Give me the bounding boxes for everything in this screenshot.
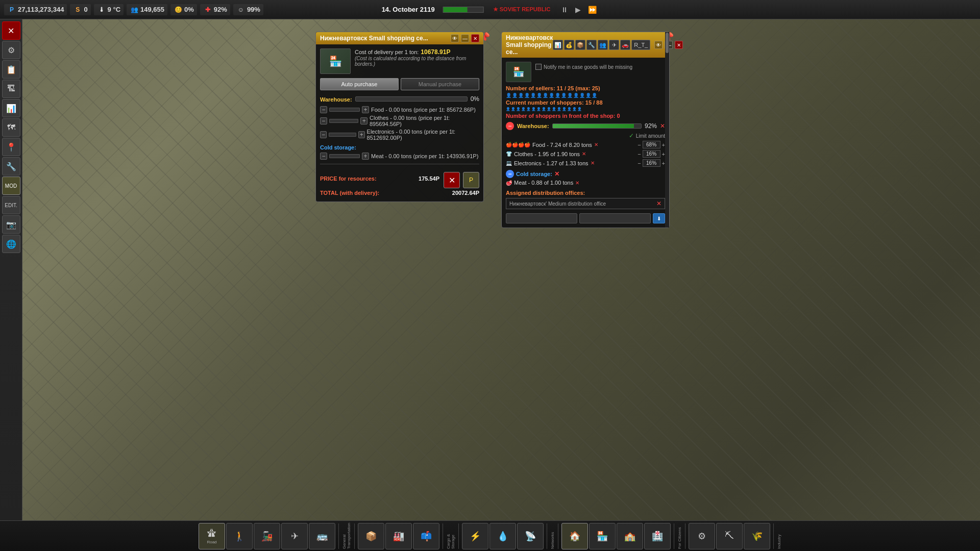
notify-check-input[interactable] bbox=[535, 64, 542, 70]
left-window-eye-btn[interactable]: 👁 bbox=[451, 34, 459, 42]
electronics-controls: − + bbox=[638, 159, 665, 167]
right-store-info: Notify me in case goods will be missing bbox=[535, 62, 665, 72]
scrollbar-thumb[interactable] bbox=[666, 33, 669, 53]
food-row: − + Food - 0.00 tons (price per 1t: 8567… bbox=[320, 106, 479, 113]
icon-btn-1[interactable]: 📊 bbox=[553, 40, 563, 50]
dist-offices-section: Assigned distribution offices: Нижневарт… bbox=[506, 190, 665, 209]
seller-icon-11: 👤 bbox=[567, 93, 573, 98]
meat-minus-btn[interactable]: − bbox=[320, 153, 327, 160]
right-window-close-btn[interactable]: ✕ bbox=[675, 41, 683, 49]
toolbar-item-citizens[interactable]: 🏠 bbox=[561, 523, 588, 549]
cancel-btn[interactable]: ✕ bbox=[444, 172, 460, 188]
icon-btn-r-t[interactable]: R_T_ bbox=[631, 40, 650, 50]
sidebar-btn-5[interactable]: 🗺 bbox=[2, 118, 20, 137]
meat-left: 🥩 Meat - 0.88 of 1.00 tons ✕ bbox=[506, 180, 579, 186]
clothes-limit-input[interactable] bbox=[643, 150, 660, 158]
icon-btn-4[interactable]: 🔧 bbox=[586, 40, 597, 50]
left-window-controls: 👁 — ✕ bbox=[451, 34, 479, 42]
toolbar-item-industry[interactable]: ⚙ bbox=[689, 523, 715, 549]
toolbar-item-storage[interactable]: 📫 bbox=[413, 523, 439, 549]
sidebar-btn-camera[interactable]: 📷 bbox=[2, 215, 20, 234]
sidebar-btn-4[interactable]: 📊 bbox=[2, 99, 20, 117]
toolbar-item-bus[interactable]: 🚌 bbox=[309, 523, 335, 549]
game-date: 14. October 2119 bbox=[382, 6, 435, 13]
sidebar-btn-edit[interactable]: EDIT. bbox=[2, 196, 20, 214]
right-window-eye-btn[interactable]: 👁 bbox=[654, 41, 663, 49]
clothes-right-label: Clothes - 1.95 of 1.90 tons bbox=[514, 151, 580, 157]
electronics-plus-btn[interactable]: + bbox=[358, 131, 365, 138]
sidebar-btn-2[interactable]: 📋 bbox=[2, 60, 20, 79]
manual-purchase-btn[interactable]: Manual purchase bbox=[401, 78, 479, 90]
sidebar-btn-6[interactable]: 📍 bbox=[2, 138, 20, 156]
bottom-toolbar: 🛣 Road 🚶 🚂 ✈ 🚌 General Transportation 📦 … bbox=[0, 520, 980, 551]
icon-btn-2[interactable]: 💰 bbox=[564, 40, 574, 50]
toolbar-item-air[interactable]: ✈ bbox=[281, 523, 308, 549]
clothes-right-x[interactable]: ✕ bbox=[582, 151, 586, 157]
industry-label: Industry bbox=[777, 523, 781, 549]
right-btn-3[interactable]: ⬇ bbox=[653, 213, 665, 223]
auto-purchase-btn[interactable]: Auto purchase bbox=[320, 78, 399, 90]
toolbar-item-shop[interactable]: 🏪 bbox=[589, 523, 616, 549]
money-display: P 27,113,273,344 bbox=[4, 4, 67, 15]
store-header: 🏪 Cost of delivery per 1 ton: 10678.91P … bbox=[320, 48, 479, 74]
icon-btn-3[interactable]: 📦 bbox=[575, 40, 585, 50]
icon-btn-7[interactable]: 🚗 bbox=[620, 40, 630, 50]
toolbar-item-road[interactable]: 🛣 Road bbox=[199, 523, 225, 549]
food-plus-btn[interactable]: + bbox=[362, 106, 369, 113]
clothes-minus-right[interactable]: − bbox=[638, 151, 641, 157]
cold-toggle-btn[interactable]: − bbox=[506, 170, 514, 178]
toolbar-item-mining[interactable]: ⛏ bbox=[716, 523, 743, 549]
toolbar-item-pedestrian[interactable]: 🚶 bbox=[226, 523, 253, 549]
electronics-limit-input[interactable] bbox=[643, 159, 660, 167]
food-right-x[interactable]: ✕ bbox=[594, 142, 598, 147]
notify-checkbox[interactable]: Notify me in case goods will be missing bbox=[535, 64, 665, 70]
meat-right-x[interactable]: ✕ bbox=[575, 180, 579, 186]
icon-btn-6[interactable]: ✈ bbox=[609, 40, 619, 50]
cold-storage-right-x[interactable]: ✕ bbox=[554, 170, 559, 178]
toolbar-item-water[interactable]: 💧 bbox=[489, 523, 516, 549]
clothes-minus-btn[interactable]: − bbox=[320, 117, 327, 124]
sidebar-btn-1[interactable]: ⚙ bbox=[2, 41, 20, 59]
icon-btn-5[interactable]: 👥 bbox=[598, 40, 608, 50]
warehouse-red-x[interactable]: ✕ bbox=[660, 122, 665, 130]
hospital-icon: 🏥 bbox=[652, 531, 663, 542]
toolbar-item-network[interactable]: 📡 bbox=[517, 523, 544, 549]
close-sidebar-btn[interactable]: ✕ bbox=[2, 21, 20, 40]
electronics-right-x[interactable]: ✕ bbox=[591, 160, 595, 166]
sidebar-btn-map[interactable]: 🌐 bbox=[2, 235, 20, 253]
food-minus-btn[interactable]: − bbox=[320, 106, 327, 113]
electronics-minus-btn[interactable]: − bbox=[320, 131, 327, 138]
confirm-btn[interactable]: P bbox=[463, 172, 479, 188]
cargo-storage-label: Cargo & Storage bbox=[446, 523, 455, 549]
balance-icon: S bbox=[73, 5, 82, 14]
left-window-minimize-btn[interactable]: — bbox=[461, 34, 469, 42]
toolbar-item-school[interactable]: 🏫 bbox=[617, 523, 643, 549]
shopper-icon-10: 👤 bbox=[552, 107, 556, 111]
sidebar-btn-3[interactable]: 🏗 bbox=[2, 80, 20, 98]
electronics-minus-right[interactable]: − bbox=[638, 160, 641, 166]
sidebar-btn-mod[interactable]: MOD bbox=[2, 177, 20, 195]
fast-forward-button[interactable]: ⏩ bbox=[586, 6, 598, 14]
right-btn-1[interactable] bbox=[506, 213, 577, 223]
toolbar-divider-8 bbox=[685, 523, 685, 549]
right-btn-2[interactable] bbox=[579, 213, 651, 223]
toolbar-item-warehouse[interactable]: 🏭 bbox=[385, 523, 412, 549]
meat-plus-btn[interactable]: + bbox=[362, 153, 369, 160]
food-limit-input[interactable] bbox=[643, 141, 660, 148]
toolbar-item-hospital[interactable]: 🏥 bbox=[644, 523, 671, 549]
toolbar-item-electric[interactable]: ⚡ bbox=[462, 523, 488, 549]
dist-office-remove-btn[interactable]: ✕ bbox=[656, 200, 662, 207]
play-button[interactable]: ▶ bbox=[574, 6, 582, 14]
toolbar-item-rail[interactable]: 🚂 bbox=[254, 523, 280, 549]
left-window-close-btn[interactable]: ✕ bbox=[471, 34, 479, 42]
pause-button[interactable]: ⏸ bbox=[559, 6, 570, 14]
toolbar-item-farm[interactable]: 🌾 bbox=[744, 523, 770, 549]
right-scrollbar[interactable] bbox=[665, 32, 669, 228]
clothes-plus-btn[interactable]: + bbox=[360, 117, 368, 124]
toolbar-item-cargo[interactable]: 📦 bbox=[358, 523, 384, 549]
right-window-header[interactable]: Нижневартовск Small shopping ce... 📊 💰 📦… bbox=[502, 32, 669, 58]
warehouse-toggle-btn[interactable]: − bbox=[506, 122, 514, 130]
sidebar-btn-7[interactable]: 🔧 bbox=[2, 157, 20, 176]
food-minus-right[interactable]: − bbox=[638, 142, 641, 148]
left-window-header[interactable]: Нижневартовск Small shopping ce... 👁 — ✕ bbox=[316, 32, 483, 44]
